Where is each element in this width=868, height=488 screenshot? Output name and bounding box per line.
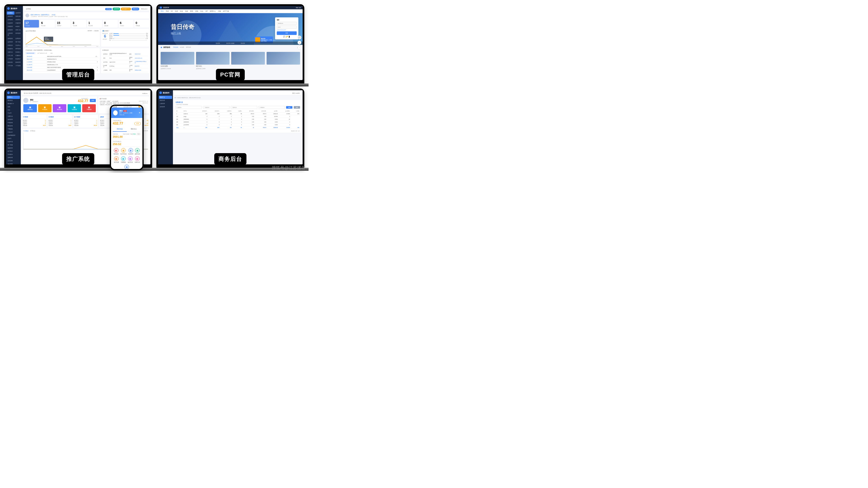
action-button[interactable]: ▣邀请好友 [23,104,37,112]
action-button[interactable]: ▣我的游戏 [53,104,66,112]
sidebar-item[interactable]: 管理中心 [7,96,20,99]
sidebar-item[interactable]: 角色查询 [7,47,14,51]
filter-select[interactable]: 订单数据 ▾ [258,106,285,109]
game-card[interactable]: Hi(SDK直通)直营经营 已16169 [161,52,194,70]
quick-action[interactable]: ◉我的福利 [114,148,119,155]
action-button[interactable]: ▣下载更新 [82,104,96,112]
withdraw-button[interactable]: 提现 [90,99,96,102]
btn1-button[interactable]: 搜索 [286,106,292,109]
table-row[interactable]: 29010000000300000.000.000.00%0 [176,121,300,124]
quick-action[interactable]: ◉首充充值 [114,156,119,163]
quick-action[interactable]: ◉结算分润 [135,156,140,163]
sidebar-item[interactable]: 活动留存 [7,153,20,156]
sidebar-item[interactable]: 安全 [7,108,20,111]
nav-item[interactable]: 资讯 [190,10,193,12]
filter-select[interactable]: 二级区域 ▾ [203,106,230,109]
sidebar-item[interactable]: 游戏管理 [159,105,172,108]
sidebar-item[interactable]: 小号订单 [7,64,14,67]
sidebar-item[interactable]: 绑币管理 [14,47,22,51]
sidebar-item[interactable]: 开服管理 [14,22,22,25]
sidebar-item[interactable]: 我的收益 [7,99,20,102]
sidebar-item[interactable]: 扶持设立 [14,51,22,54]
nav-item[interactable]: 活动 [195,10,198,12]
action-button[interactable]: ▣申请游戏 [38,104,52,112]
sidebar-item[interactable]: 礼包管理 [7,22,14,25]
nav-item[interactable]: 礼包 [180,10,183,12]
sidebar-item[interactable]: 下载更新 [7,128,20,131]
sidebar-item[interactable]: 安全中心 [14,44,22,47]
sidebar-item[interactable]: 链接管理 [7,147,20,150]
sidebar-item[interactable]: 财务管理 [14,61,22,64]
sidebar-item[interactable]: 基本资料 [7,159,20,162]
sidebar-item[interactable]: 运营概览 [7,11,14,14]
tab[interactable]: 我的收益 [113,127,127,132]
game-card[interactable] [231,52,265,70]
nav-item[interactable]: 论坛 [200,10,203,12]
tab[interactable]: 我的支出 [127,127,141,132]
sidebar-item[interactable]: 线下统计 [7,150,20,153]
sidebar-item[interactable]: 游戏设置 [7,37,14,40]
login-button[interactable]: 登录 [277,31,297,35]
sidebar-item[interactable]: 开测管理 [7,25,14,28]
sidebar-item[interactable]: 充值代充 [7,51,14,54]
filter-select[interactable]: 二级时间 ▾ [231,106,257,109]
sidebar-item[interactable]: 提现 [7,105,20,108]
sidebar-item[interactable]: 数据分析 [159,99,172,102]
sidebar-item[interactable]: 用户列表 [14,40,22,44]
btn2-button[interactable]: 重置 [294,106,300,109]
sidebar-item[interactable]: 扶持申请 [7,140,20,143]
sidebar-item[interactable]: 游戏分类 [14,15,22,18]
sidebar-item[interactable]: H5游戏 [14,25,22,28]
sidebar-item[interactable]: 游戏评论 [14,18,22,22]
gear-icon[interactable]: ⚙ [139,112,140,114]
nav-item[interactable]: H5 [171,10,173,12]
sidebar-item[interactable]: 数据汇总 [159,96,172,99]
action-button[interactable]: ▣礼包管理 [68,104,81,112]
sidebar-item[interactable]: 申请APP [7,131,20,134]
sidebar-item[interactable]: 游戏管理 [7,15,14,18]
quick-action[interactable]: ◉扶持管理 [128,148,133,155]
withdraw-button[interactable]: 提现 [134,122,141,125]
sidebar-item[interactable]: 平台币 [7,111,20,115]
float-icon[interactable]: ↑ [298,46,301,50]
sidebar-item[interactable]: 小号设置 [14,64,22,67]
sidebar-item[interactable]: 应用管理 [14,37,22,40]
sidebar-item[interactable]: 修改密码 [7,162,20,164]
sidebar-item[interactable]: 基本设置 [14,32,22,37]
nav-item[interactable]: 首页 [161,10,164,12]
sidebar-item[interactable]: 扶持明细管理 [7,134,20,137]
login-pass[interactable] [277,26,297,29]
sidebar-item[interactable]: 游戏管理 [14,11,22,14]
game-card[interactable] [267,52,300,70]
sidebar-item[interactable]: 游戏工具 [14,28,22,32]
table-row[interactable]: 1vlsdkcms290109558689878.73878.7318163.0… [176,112,300,115]
sidebar-item[interactable]: 云游戏管理 [7,32,14,37]
nav-item[interactable]: 手游 [166,10,169,12]
sidebar-item[interactable]: 扶持号 [7,137,20,140]
nav-item[interactable]: 开服 [218,10,221,12]
nav-item[interactable]: 充值 [185,10,188,12]
header-pill[interactable]: 测试服务平台 [121,8,131,10]
game-card[interactable]: (海外SDK)直营经营 已2099 [196,52,230,70]
quick-action[interactable]: ◉帮助 [124,165,129,169]
sidebar-item[interactable]: 我的游戏 [7,124,20,128]
sidebar-item[interactable]: 游戏设置 [7,28,14,32]
sidebar-item[interactable]: 联运统计 [14,57,22,61]
sidebar-item[interactable]: 申请游戏 [7,121,20,124]
quick-action[interactable]: ◉开服预告 [121,156,126,163]
header-pill[interactable]: 运营管理 [113,8,120,10]
nav-item[interactable]: 页游 [175,10,178,12]
table-row[interactable]: 25410000000257050.000.000.00%14 [176,118,300,121]
sidebar-item[interactable]: 行为上报 [7,54,14,57]
sidebar-item[interactable]: 资料管理 [7,156,20,159]
sidebar-item[interactable]: 充通代充 [7,115,20,118]
quick-action[interactable]: ◉代发导发放 [120,148,126,155]
quick-action[interactable]: ◉会员代充 [128,156,133,163]
sidebar-item[interactable]: 我的银行卡 [7,102,20,105]
sidebar-item[interactable]: 注册管理 [159,102,172,105]
filter-select[interactable]: 汇总数据 ▾ [176,106,202,109]
nav-item[interactable]: APP下载 [223,10,229,12]
header-pill[interactable]: 商务后台 [132,8,139,10]
sidebar-item[interactable]: 小号管理 [7,57,14,61]
sidebar-item[interactable]: 区服统计 [14,54,22,57]
